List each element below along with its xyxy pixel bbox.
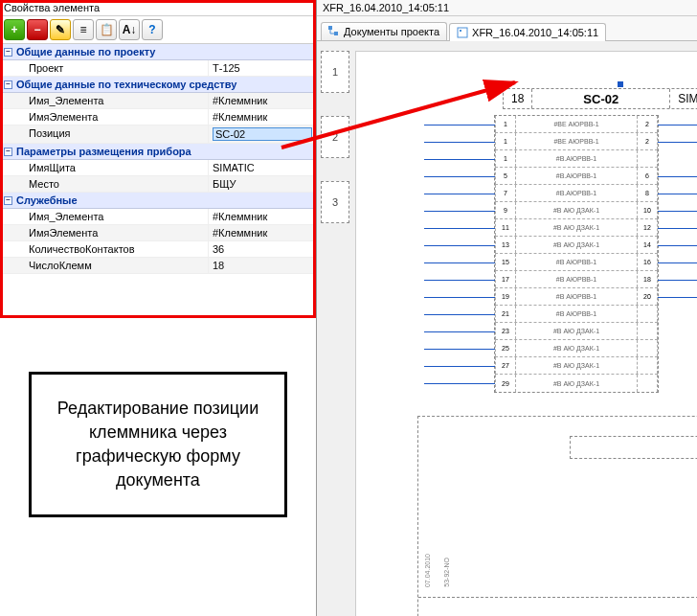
wire-left (424, 211, 495, 212)
terminal-row[interactable]: 1#ВЕ АЮРВВ-12#SM331 (495, 133, 658, 150)
terminal-header[interactable]: 18 SC-02 SIMATIC (503, 88, 697, 109)
terminal-row[interactable]: 13#В АЮ ДЗАК-114#SM331 (495, 237, 658, 254)
property-value[interactable] (209, 241, 316, 257)
edit-button[interactable]: ✎ (50, 19, 71, 40)
wire-right (658, 125, 697, 125)
property-input[interactable] (213, 260, 312, 271)
wire-left (424, 245, 495, 246)
property-input[interactable] (213, 178, 312, 190)
terminal-label: #В АЮРВВ-1 (516, 259, 637, 265)
terminal-label: #В АЮ ДЗАК-1 (516, 207, 637, 214)
property-group-header[interactable]: −Параметры размещения прибора (0, 144, 316, 160)
property-value[interactable] (209, 160, 316, 175)
svg-rect-0 (328, 26, 332, 30)
terminal-num-right: 14 (637, 237, 658, 253)
tab-project-documents[interactable]: Документы проекта (321, 22, 447, 40)
clipboard-button[interactable]: 📋 (96, 19, 117, 40)
property-input[interactable] (213, 227, 312, 239)
terminal-num-left: 21 (495, 306, 516, 322)
property-label: Место (0, 176, 209, 192)
terminal-row[interactable]: 15#В АЮРВВ-116 (495, 254, 658, 271)
property-input[interactable] (213, 127, 312, 141)
property-row[interactable]: ИмяЭлемента (0, 109, 316, 125)
terminal-num-left: 1 (495, 150, 516, 167)
vtext: 07.04.2010 (424, 554, 431, 587)
property-row[interactable]: КоличествоКонтактов (0, 241, 316, 258)
property-value[interactable] (209, 60, 316, 76)
terminal-row[interactable]: 23#В АЮ ДЗАК-1 (495, 323, 658, 340)
terminal-row[interactable]: 21#В АЮРВВ-1 (495, 306, 658, 323)
property-input[interactable] (213, 62, 312, 74)
property-row[interactable]: ИмяЭлемента (0, 225, 316, 241)
terminal-row[interactable]: 11#В АЮ ДЗАК-112#SM331 (495, 219, 658, 237)
terminal-row[interactable]: 1#ВЕ АЮРВВ-12#SM331 (495, 116, 658, 133)
property-input[interactable] (213, 243, 312, 255)
property-value[interactable] (209, 93, 316, 108)
page-thumb-2[interactable]: 2 (321, 116, 349, 158)
terminal-row[interactable]: 29#В АЮ ДЗАК-1 (495, 375, 658, 392)
property-row[interactable]: Проект (0, 60, 316, 77)
terminal-label: #В АЮРВВ-1 (516, 310, 637, 317)
terminal-row[interactable]: 1#В.АЮРВВ-1 (495, 150, 658, 168)
wire-right (658, 211, 697, 212)
terminal-row[interactable]: 17#В АЮРВВ-118#SM331 (495, 271, 658, 288)
add-button[interactable]: + (4, 19, 25, 40)
property-value[interactable] (209, 125, 316, 143)
property-row[interactable]: Место (0, 176, 316, 193)
property-row[interactable]: ЧислоКлемм (0, 258, 316, 274)
property-row[interactable]: ИмяЩита (0, 160, 316, 176)
property-label: ИмяЭлемента (0, 225, 209, 240)
terminal-label: #В.АЮРВВ-1 (516, 155, 637, 162)
terminal-num-right (637, 323, 658, 339)
page-thumb-3[interactable]: 3 (321, 181, 349, 223)
terminal-num-right: 10 (637, 202, 658, 218)
property-value[interactable] (209, 225, 316, 240)
collapse-icon: − (4, 48, 12, 57)
selection-handle[interactable] (618, 81, 623, 87)
property-row[interactable]: Позиция (0, 125, 316, 144)
property-group-header[interactable]: −Служебные (0, 193, 316, 209)
wire-right (658, 262, 697, 263)
page-thumb-1[interactable]: 1 (321, 51, 349, 93)
property-row[interactable]: Имя_Элемента (0, 209, 316, 225)
terminal-strip[interactable]: 1#ВЕ АЮРВВ-12#SM3311#ВЕ АЮРВВ-12#SM3311#… (494, 115, 659, 393)
terminal-num-right: 16 (637, 254, 658, 270)
property-value[interactable] (209, 109, 316, 125)
terminal-row[interactable]: 27#В АЮ ДЗАК-1 (495, 357, 658, 375)
wire-left (424, 280, 495, 281)
terminal-row[interactable]: 25#В АЮ ДЗАК-1 (495, 340, 658, 357)
list-button[interactable]: ≡ (73, 19, 94, 40)
terminal-row[interactable]: 9#В АЮ ДЗАК-110 (495, 202, 658, 219)
property-input[interactable] (213, 211, 312, 222)
help-button[interactable]: ? (142, 19, 163, 40)
property-group-header[interactable]: −Общие данные по техническому средству (0, 77, 316, 93)
wire-left (424, 176, 495, 177)
property-row[interactable]: Имя_Элемента (0, 93, 316, 109)
terminal-row[interactable]: 5#В.АЮРВВ-16#SM331 (495, 168, 658, 185)
wire-left (424, 314, 495, 315)
annotation-caption: Редактирование позиции клеммника через г… (29, 372, 287, 517)
svg-rect-2 (458, 28, 467, 37)
wire-left (424, 142, 495, 143)
property-label: КоличествоКонтактов (0, 241, 209, 257)
property-value[interactable] (209, 209, 316, 224)
terminal-num-right: 20 (637, 288, 658, 305)
document-tabs: Документы проекта XFR_16.04.2010_14:05:1… (317, 16, 697, 41)
property-value[interactable] (209, 176, 316, 192)
drawing-canvas[interactable]: 1 2 3 18 SC-02 SIMATIC 1#ВЕ АЮРВВ-12#SM3… (317, 41, 697, 616)
terminal-row[interactable]: 19#В АЮРВВ-120#SM331 (495, 288, 658, 306)
terminal-row[interactable]: 7#В.АЮРВВ-18#SM331 (495, 185, 658, 202)
delete-button[interactable]: − (27, 19, 48, 40)
terminal-num-left: 29 (495, 375, 516, 392)
property-input[interactable] (213, 111, 312, 123)
sort-button[interactable]: A↓ (119, 19, 140, 40)
terminal-num-left: 15 (495, 254, 516, 270)
lower-diagram-block[interactable]: 07.04.2010 53-92-NO 53-92-NO 07.04.2010 (417, 416, 697, 616)
property-value[interactable] (209, 258, 316, 273)
property-input[interactable] (213, 162, 312, 173)
property-group-header[interactable]: −Общие данные по проекту (0, 44, 316, 60)
property-input[interactable] (213, 95, 312, 106)
terminal-label: #В АЮРВВ-1 (516, 276, 637, 283)
tab-xfr-document[interactable]: XFR_16.04.2010_14:05:11 (449, 23, 606, 41)
terminal-num-left: 27 (495, 357, 516, 374)
